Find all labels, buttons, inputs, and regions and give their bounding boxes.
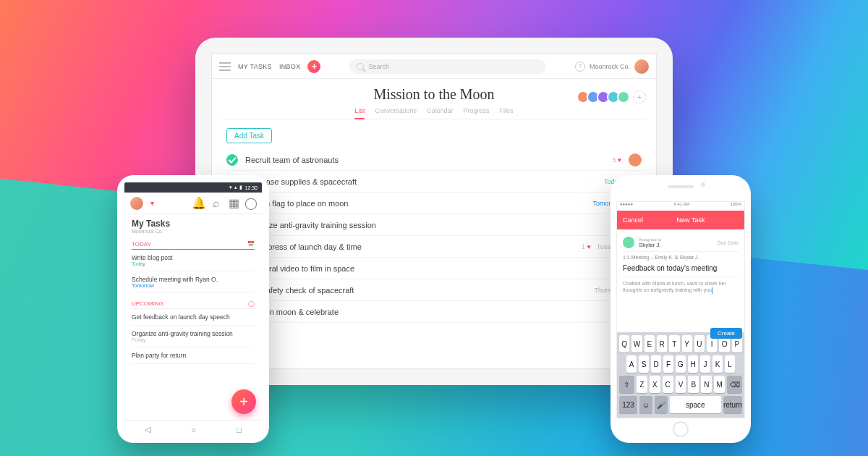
task-list: Recruit team of astronauts3 ♥Purchase su… (226, 149, 642, 323)
assignee-avatar (623, 237, 634, 248)
key-return[interactable]: return (723, 396, 742, 413)
key-n[interactable]: N (701, 376, 712, 393)
key-k[interactable]: K (712, 355, 723, 373)
android-status-bar: ▾ ▴ ▮ 12:30 (124, 182, 262, 193)
like-count[interactable]: 1 ♥ (582, 243, 591, 250)
task-row[interactable]: Recruit team of astronauts3 ♥ (226, 149, 642, 171)
nav-my-tasks[interactable]: MY TASKS (238, 63, 272, 70)
key-c[interactable]: C (663, 376, 673, 393)
recents-button[interactable]: □ (237, 426, 242, 434)
project-tabs: List Conversations Calendar Progress Fil… (222, 107, 646, 119)
task-row[interactable]: Organize anti-gravity training sessionFr… (132, 326, 255, 347)
key-y[interactable]: Y (682, 335, 692, 352)
search-icon[interactable]: ⌕ (211, 198, 221, 208)
key-q[interactable]: Q (619, 335, 629, 352)
task-description-input[interactable]: Chatted with Maria at lunch, want to sha… (623, 277, 739, 297)
workspace-switcher[interactable]: ? Moonrock Co. (575, 59, 649, 74)
task-title: Run safety check of spacecraft (245, 286, 587, 295)
key-g[interactable]: G (676, 355, 686, 373)
nav-inbox[interactable]: INBOX (279, 63, 301, 70)
page-subtitle: Moonrock Co. (132, 229, 255, 234)
calendar-icon[interactable]: ▦ (229, 198, 239, 208)
tab-list[interactable]: List (354, 107, 365, 119)
help-icon[interactable]: ? (575, 62, 585, 72)
section-today: TODAY 📅 (132, 241, 255, 250)
key-☺[interactable]: ☺ (639, 396, 652, 413)
tab-calendar[interactable]: Calendar (427, 107, 454, 114)
project-header: Mission to the Moon List Conversations C… (212, 79, 656, 119)
key-b[interactable]: B (688, 376, 699, 393)
project-line[interactable]: 1:1 Meeting – Emily K. & Skylar J. (623, 252, 739, 263)
search-input[interactable]: Search (349, 59, 546, 74)
key-f[interactable]: F (663, 355, 673, 373)
key-s[interactable]: S (639, 355, 649, 373)
calendar-icon[interactable]: 📅 (247, 241, 255, 248)
task-title: Plan viral video to film in space (245, 264, 634, 273)
create-button[interactable]: Create (710, 328, 742, 339)
key-u[interactable]: U (694, 335, 705, 352)
key-r[interactable]: R (657, 335, 667, 352)
key-⇧[interactable]: ⇧ (619, 376, 634, 393)
page-title: My Tasks (132, 219, 255, 229)
home-button[interactable]: ○ (191, 426, 196, 434)
tab-progress[interactable]: Progress (464, 107, 490, 114)
task-checkbox[interactable] (226, 154, 238, 166)
key-a[interactable]: A (626, 355, 637, 373)
iphone-screen: ●●●●● 9:41 AM 100% Cancel New Task Assig… (616, 201, 745, 418)
key-m[interactable]: M (714, 376, 725, 393)
task-title: Land on moon & celebrate (245, 308, 623, 316)
assignee-avatar[interactable] (629, 153, 642, 166)
task-row[interactable]: Notify press of launch day & time1 ♥Tues… (226, 236, 642, 258)
iphone-frame: ●●●●● 9:41 AM 100% Cancel New Task Assig… (610, 175, 751, 443)
bell-icon[interactable]: 🔔 (194, 198, 204, 208)
back-button[interactable]: ◁ (145, 425, 150, 434)
task-title-input[interactable]: Feedback on today's meeting (623, 263, 739, 277)
key-h[interactable]: H (688, 355, 698, 373)
cancel-button[interactable]: Cancel (623, 216, 643, 224)
task-row[interactable]: Plan viral video to film in space (226, 258, 642, 279)
key-w[interactable]: W (631, 335, 642, 352)
assignee-row[interactable]: Assigned to Skylar J. Due Date (623, 234, 739, 252)
key-j[interactable]: J (700, 355, 710, 373)
tab-conversations[interactable]: Conversations (375, 107, 417, 114)
task-row[interactable]: Schedule meeting with Ryan O.Tomorrow (132, 271, 255, 293)
key-space[interactable]: space (670, 396, 721, 413)
home-button[interactable] (673, 421, 689, 437)
due-date-label[interactable]: Due Date (717, 240, 739, 245)
user-avatar[interactable] (634, 59, 649, 74)
assignee-name: Skylar J. (639, 242, 661, 248)
add-task-button[interactable]: Add Task (226, 128, 272, 143)
task-row[interactable]: Design flag to place on moonTomorrow (226, 193, 642, 214)
key-l[interactable]: L (725, 355, 735, 373)
key-z[interactable]: Z (637, 376, 647, 393)
key-v[interactable]: V (676, 376, 686, 393)
tab-files[interactable]: Files (500, 107, 514, 114)
key-🎤[interactable]: 🎤 (655, 396, 668, 413)
user-avatar[interactable] (130, 197, 143, 210)
dropdown-icon[interactable]: ▾ (150, 199, 154, 207)
sync-icon[interactable]: ◯ (248, 300, 255, 307)
like-count[interactable]: 3 ♥ (612, 156, 621, 164)
menu-icon[interactable] (219, 62, 231, 71)
task-row[interactable]: Run safety check of spacecraftThursday (226, 279, 642, 301)
key-d[interactable]: D (651, 355, 661, 373)
task-title: Purchase supplies & spacecraft (245, 177, 597, 186)
task-row[interactable]: Plan party for return (132, 347, 255, 364)
keyboard: QWERTYUIOP ASDFGHJKL ⇧ZXCVBNM⌫ 123☺🎤spac… (617, 332, 744, 418)
task-row[interactable]: Get feedback on launch day speech (132, 309, 255, 326)
add-icon[interactable]: + (307, 60, 320, 73)
task-row[interactable]: Purchase supplies & spacecraftToday (226, 171, 642, 193)
task-row[interactable]: Land on moon & celebrate2 ♡ (226, 301, 642, 323)
top-bar: MY TASKS INBOX + Search ? Moonrock Co. (212, 54, 656, 79)
key-123[interactable]: 123 (619, 396, 637, 413)
key-⌫[interactable]: ⌫ (727, 376, 742, 393)
task-row[interactable]: Organize anti-gravity training session (226, 214, 642, 236)
key-x[interactable]: X (650, 376, 660, 393)
fab-add-button[interactable]: + (231, 389, 256, 414)
key-t[interactable]: T (669, 335, 679, 352)
chat-icon[interactable]: ◯ (246, 198, 256, 208)
add-member-button[interactable]: + (633, 90, 646, 104)
member-avatar[interactable] (617, 90, 630, 104)
task-row[interactable]: Write blog postToday (132, 250, 255, 271)
key-e[interactable]: E (644, 335, 655, 352)
